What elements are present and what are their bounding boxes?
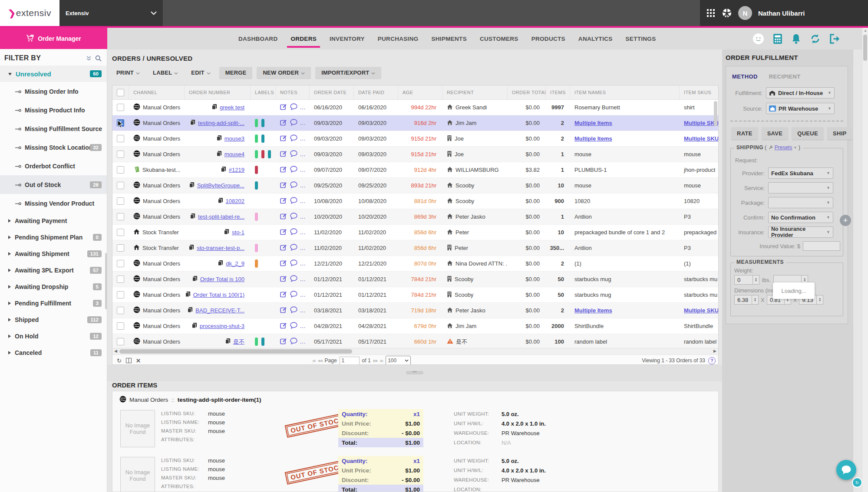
edit-note-icon[interactable] [280, 103, 287, 112]
more-icon[interactable]: ... [300, 292, 306, 298]
column-header-items[interactable]: ITEMS [546, 85, 570, 99]
copy-icon[interactable] [189, 182, 195, 189]
new-order-button[interactable]: NEW ORDER [257, 67, 311, 79]
order-number-link[interactable]: sto-1 [232, 229, 244, 236]
edit-note-icon[interactable] [280, 197, 287, 205]
sidebar-item-awaiting-shipment[interactable]: Awaiting Shipment131 [0, 246, 107, 262]
chevron-right-icon[interactable] [8, 266, 11, 274]
column-header-item-names[interactable]: ITEM NAMES [570, 85, 680, 99]
chevron-right-icon[interactable] [8, 316, 11, 324]
column-header-labels[interactable]: LABELS [251, 85, 276, 99]
tab-method[interactable]: METHOD [732, 73, 758, 80]
notifications-bell-icon[interactable] [791, 33, 801, 44]
item-skus-link[interactable]: Multiple SKU [684, 307, 718, 314]
prev-page-icon[interactable]: ◀◀ [317, 359, 322, 363]
table-row[interactable]: Manual Orders108202...10/08/202010/08/20… [112, 194, 718, 209]
more-icon[interactable]: ... [300, 230, 306, 236]
edit-note-icon[interactable] [280, 322, 287, 330]
panel-drag-handle[interactable]: ••• [406, 371, 423, 374]
column-header-recipient[interactable]: RECIPIENT [442, 85, 508, 99]
row-checkbox[interactable] [117, 104, 124, 111]
comment-bubble-icon[interactable] [290, 306, 297, 315]
copy-icon[interactable] [188, 244, 194, 252]
tab-orders[interactable]: ORDERS [290, 29, 317, 49]
comment-bubble-icon[interactable] [290, 338, 297, 346]
edit-button[interactable]: EDIT [187, 67, 215, 79]
columns-icon[interactable] [126, 358, 132, 363]
collapse-all-icon[interactable] [86, 56, 92, 61]
sidebar-item-awaiting-payment[interactable]: Awaiting Payment [0, 213, 107, 229]
order-number-link[interactable]: mouse3 [224, 135, 244, 142]
chevron-right-icon[interactable] [8, 332, 11, 340]
edit-note-icon[interactable] [280, 228, 287, 236]
sign-out-icon[interactable] [829, 34, 840, 44]
fulfillment-select[interactable]: Direct / In-House ▼ [766, 87, 835, 98]
table-row[interactable]: Manual OrdersSplitByIteGroupe......09/25… [112, 178, 718, 194]
row-checkbox[interactable] [117, 197, 124, 205]
row-checkbox[interactable] [117, 260, 124, 267]
row-checkbox[interactable] [117, 119, 124, 127]
copy-icon[interactable] [221, 166, 226, 174]
select-all-checkbox[interactable] [117, 89, 124, 96]
save-button[interactable]: SAVE [762, 127, 789, 140]
chevron-right-icon[interactable] [8, 250, 11, 258]
order-number-link[interactable]: Order Total is 100 [200, 276, 244, 282]
dimension-stepper[interactable]: ▲▼ [752, 295, 758, 305]
chat-widget-button[interactable] [836, 460, 856, 480]
row-checkbox[interactable] [117, 291, 124, 298]
edit-note-icon[interactable] [280, 166, 287, 174]
edit-note-icon[interactable] [280, 306, 287, 315]
comment-bubble-icon[interactable] [290, 213, 297, 221]
page-number-input[interactable]: 1 [340, 357, 360, 365]
weight-input[interactable]: 0 ▲▼ [734, 275, 759, 285]
copy-icon[interactable] [185, 291, 191, 298]
tab-products[interactable]: PRODUCTS [531, 29, 566, 49]
edit-note-icon[interactable] [280, 291, 287, 299]
tab-analytics[interactable]: ANALYTICS [578, 29, 614, 49]
table-row[interactable]: Stock Transfersto-1...11/02/202011/02/20… [112, 225, 718, 240]
sidebar-item-shipped[interactable]: Shipped112 [0, 312, 107, 328]
apps-grid-icon[interactable] [706, 8, 716, 18]
more-icon[interactable]: ... [300, 323, 306, 329]
order-number-link[interactable]: dk_2_9 [226, 260, 244, 267]
source-select[interactable]: PR Warehouse ▼ [766, 103, 835, 114]
sidebar-item-pending-shipment-plan[interactable]: Pending Shipment Plan0 [0, 229, 107, 246]
edit-note-icon[interactable] [280, 338, 287, 346]
chevron-right-icon[interactable] [8, 349, 11, 357]
table-row[interactable]: Manual Ordersgreek test...06/16/202006/1… [112, 100, 718, 115]
edit-note-icon[interactable] [280, 181, 287, 190]
comment-bubble-icon[interactable] [290, 103, 297, 112]
extensiv-logo[interactable]: ❯ extensiv [0, 0, 59, 26]
row-checkbox[interactable] [117, 276, 124, 283]
copy-icon[interactable] [218, 197, 223, 205]
refresh-icon[interactable] [810, 33, 821, 44]
tab-purchasing[interactable]: PURCHASING [377, 29, 419, 49]
table-row[interactable]: Skubana-test...#1219...09/07/202009/07/2… [112, 162, 718, 178]
sidebar-item-missing-fulfillment-source[interactable]: Missing Fulfillment Source [0, 119, 107, 138]
tab-recipient[interactable]: RECIPIENT [769, 73, 801, 80]
copy-icon[interactable] [187, 307, 193, 314]
rate-button[interactable]: RATE [731, 127, 758, 140]
table-row[interactable]: Stock Transfersto-transer-test-p......11… [112, 240, 718, 256]
more-icon[interactable]: ... [300, 245, 306, 251]
order-number-link[interactable]: Order Total is 100(1) [193, 292, 244, 298]
scroll-right-icon[interactable]: ▶ [713, 349, 716, 353]
comment-bubble-icon[interactable] [290, 197, 297, 205]
tab-dashboard[interactable]: DASHBOARD [238, 29, 278, 49]
user-name[interactable]: Nathan Ulibarri [758, 10, 805, 17]
comment-bubble-icon[interactable] [290, 119, 297, 127]
column-header-order-total[interactable]: ORDER TOTAL [508, 85, 546, 99]
import-export-button[interactable]: IMPORT/EXPORT [315, 67, 381, 79]
order-number-link[interactable]: 是不 [233, 338, 244, 346]
order-number-link[interactable]: test-split-label-re... [198, 213, 244, 220]
comment-bubble-icon[interactable] [290, 275, 297, 283]
dimension-input[interactable]: 6.38▲▼ [734, 295, 759, 305]
more-icon[interactable]: ... [300, 183, 306, 189]
insured-value-input[interactable] [803, 241, 840, 251]
refresh-grid-icon[interactable]: ↻ [117, 358, 122, 364]
avatar[interactable]: N [738, 6, 752, 20]
tab-shipments[interactable]: SHIPMENTS [431, 29, 468, 49]
add-package-button[interactable]: + [840, 215, 851, 226]
sidebar-item-out-of-stock[interactable]: Out of Stock28 [0, 175, 107, 194]
item-skus-link[interactable]: Multiple SKU [684, 120, 718, 126]
